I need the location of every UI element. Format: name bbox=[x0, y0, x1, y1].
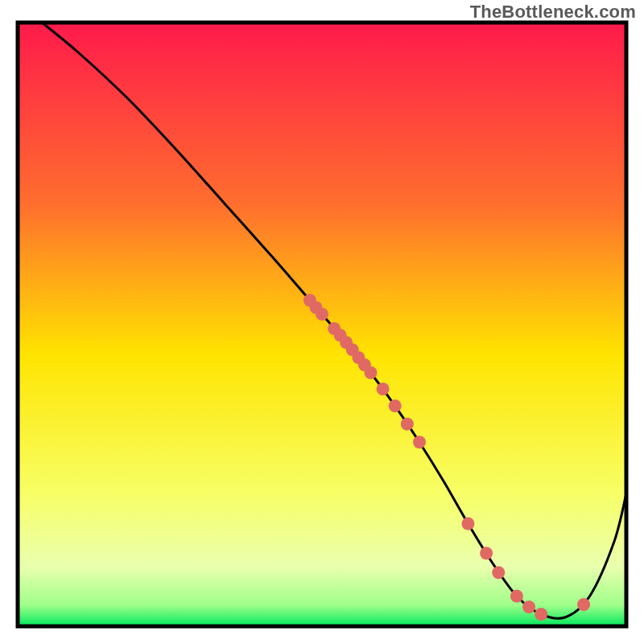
plot-background bbox=[18, 23, 626, 626]
data-point bbox=[535, 608, 547, 621]
data-point bbox=[389, 399, 402, 412]
data-point bbox=[480, 547, 493, 559]
data-point bbox=[522, 601, 535, 613]
data-point bbox=[461, 518, 474, 530]
chart-frame: TheBottleneck.com bbox=[0, 0, 644, 644]
data-point bbox=[364, 366, 377, 379]
watermark-text: TheBottleneck.com bbox=[470, 2, 636, 23]
data-point bbox=[577, 598, 590, 611]
data-point bbox=[316, 308, 328, 320]
data-point bbox=[377, 382, 390, 395]
data-point bbox=[413, 436, 426, 448]
data-point bbox=[401, 418, 414, 431]
data-point bbox=[510, 590, 523, 603]
data-point bbox=[492, 566, 505, 579]
bottleneck-chart bbox=[0, 0, 644, 644]
